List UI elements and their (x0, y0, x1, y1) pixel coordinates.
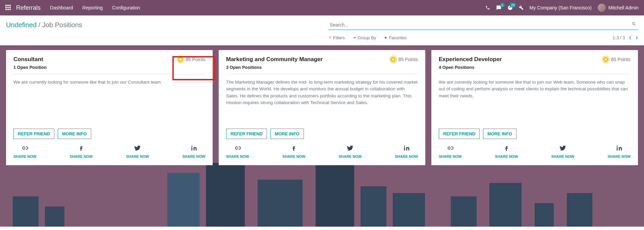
company-selector[interactable]: My Company (San Francisco) (530, 5, 592, 10)
user-menu[interactable]: Mitchell Admin (598, 4, 639, 12)
twitter-icon (134, 144, 141, 152)
link-icon (446, 144, 454, 152)
more-info-button[interactable]: MORE INFO (58, 129, 91, 139)
more-info-button[interactable]: MORE INFO (483, 129, 517, 139)
linkedin-icon (190, 144, 198, 152)
star-badge-icon (390, 56, 396, 63)
share-link[interactable]: SHARE NOW (226, 144, 249, 158)
job-description: The Marketing Manager defines the mid- t… (226, 79, 418, 123)
share-facebook[interactable]: SHARE NOW (495, 144, 518, 158)
share-linkedin[interactable]: SHARE NOW (182, 144, 205, 158)
avatar (598, 4, 606, 12)
facebook-icon (503, 144, 510, 152)
share-link[interactable]: SHARE NOW (439, 144, 462, 158)
job-title: Consultant (13, 56, 47, 63)
facebook-icon (290, 144, 298, 152)
messages-icon[interactable]: 5 (496, 5, 501, 10)
job-card: Marketing and Community Manager 3 Open P… (219, 50, 425, 165)
share-linkedin[interactable]: SHARE NOW (395, 144, 418, 158)
share-twitter[interactable]: SHARE NOW (126, 144, 149, 158)
content-area: Consultant 1 Open Position 85 Points We … (0, 45, 644, 227)
topbar-right: 5 29 My Company (San Francisco) Mitchell… (485, 4, 639, 12)
control-panel: Undefined / Job Positions Filters Group … (0, 15, 644, 45)
share-linkedin[interactable]: SHARE NOW (608, 144, 631, 158)
nav-configuration[interactable]: Configuration (112, 5, 140, 10)
search-wrap (328, 20, 638, 30)
nav-dashboard[interactable]: Dashboard (50, 5, 73, 10)
job-description: We are currently looking for someone lik… (13, 79, 205, 123)
star-badge-icon (177, 56, 184, 63)
nav-menu: Dashboard Reporting Configuration (50, 5, 140, 10)
job-title: Experienced Developer (439, 56, 502, 63)
star-icon (384, 36, 387, 39)
nav-reporting[interactable]: Reporting (83, 5, 103, 10)
breadcrumb-root[interactable]: Undefined (6, 21, 37, 29)
activities-icon[interactable]: 29 (507, 5, 513, 10)
pager: 1-3 / 3 ‹ › (612, 33, 638, 42)
refer-friend-button[interactable]: REFER FRIEND (226, 129, 267, 139)
points: 85 Points (602, 56, 631, 63)
refer-friend-button[interactable]: REFER FRIEND (439, 129, 480, 139)
pager-range: 1-3 / 3 (612, 35, 625, 40)
user-name: Mitchell Admin (608, 5, 639, 10)
star-badge-icon (602, 56, 609, 63)
link-icon (21, 144, 29, 152)
pager-prev[interactable]: ‹ (629, 33, 631, 42)
share-twitter[interactable]: SHARE NOW (339, 144, 362, 158)
pager-next[interactable]: › (636, 33, 638, 42)
messages-badge: 5 (500, 3, 505, 7)
more-info-button[interactable]: MORE INFO (270, 129, 304, 139)
points: 85 Points (390, 56, 418, 63)
phone-icon[interactable] (485, 5, 490, 10)
groupby-button[interactable]: Group By (353, 35, 376, 40)
app-title[interactable]: Referrals (16, 4, 41, 11)
apps-icon[interactable] (5, 5, 11, 11)
share-facebook[interactable]: SHARE NOW (70, 144, 93, 158)
list-icon (353, 36, 356, 39)
search-input[interactable] (328, 20, 638, 30)
open-positions: 4 Open Positions (439, 65, 502, 70)
favorites-button[interactable]: Favorites (384, 35, 407, 40)
twitter-icon (559, 144, 567, 152)
open-positions: 1 Open Position (13, 65, 47, 70)
facebook-icon (77, 144, 85, 152)
debug-icon[interactable] (519, 5, 524, 10)
job-card: Experienced Developer 4 Open Positions 8… (431, 50, 638, 165)
breadcrumb: Undefined / Job Positions (6, 21, 82, 29)
breadcrumb-current: Job Positions (42, 21, 82, 29)
job-card: Consultant 1 Open Position 85 Points We … (6, 50, 213, 165)
points: 85 Points (177, 56, 205, 63)
share-link[interactable]: SHARE NOW (13, 144, 36, 158)
funnel-icon (328, 36, 332, 39)
job-title: Marketing and Community Manager (226, 56, 323, 63)
linkedin-icon (403, 144, 410, 152)
linkedin-icon (615, 144, 623, 152)
share-twitter[interactable]: SHARE NOW (551, 144, 574, 158)
refer-friend-button[interactable]: REFER FRIEND (13, 129, 54, 139)
job-description: We are currently looking for someone lik… (439, 79, 631, 123)
share-facebook[interactable]: SHARE NOW (282, 144, 305, 158)
search-icon[interactable] (632, 21, 637, 28)
open-positions: 3 Open Positions (226, 65, 323, 70)
activities-badge: 29 (509, 3, 516, 7)
twitter-icon (346, 144, 354, 152)
cards-grid: Consultant 1 Open Position 85 Points We … (0, 45, 644, 170)
link-icon (234, 144, 241, 152)
topbar: Referrals Dashboard Reporting Configurat… (0, 0, 644, 15)
filters-button[interactable]: Filters (328, 35, 345, 40)
